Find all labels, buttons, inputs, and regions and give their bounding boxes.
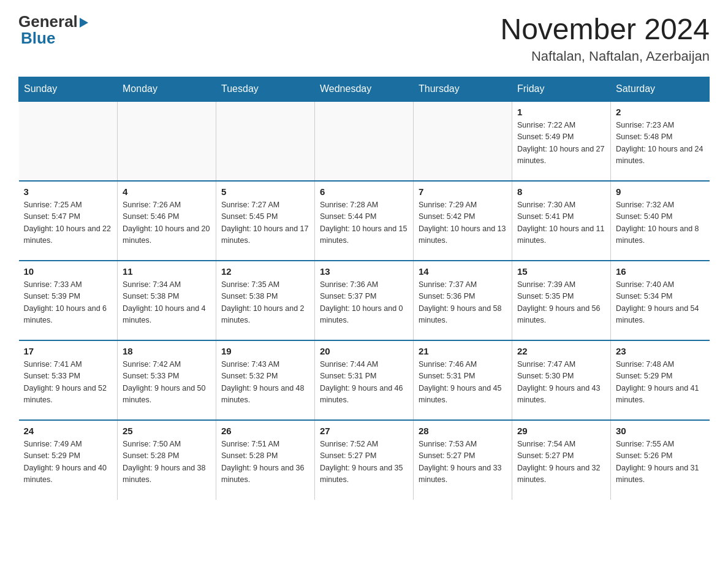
header-cell-monday: Monday <box>118 77 216 102</box>
day-cell: 23Sunrise: 7:48 AMSunset: 5:29 PMDayligh… <box>611 340 710 420</box>
day-number: 5 <box>221 186 309 197</box>
day-cell: 29Sunrise: 7:54 AMSunset: 5:27 PMDayligh… <box>512 420 611 500</box>
day-cell: 24Sunrise: 7:49 AMSunset: 5:29 PMDayligh… <box>19 420 118 500</box>
day-info: Sunrise: 7:23 AMSunset: 5:48 PMDaylight:… <box>616 120 705 167</box>
day-info: Sunrise: 7:51 AMSunset: 5:28 PMDaylight:… <box>221 439 309 486</box>
day-info: Sunrise: 7:22 AMSunset: 5:49 PMDaylight:… <box>517 120 605 167</box>
day-cell: 13Sunrise: 7:36 AMSunset: 5:37 PMDayligh… <box>315 261 414 340</box>
day-number: 21 <box>419 346 507 356</box>
day-info: Sunrise: 7:49 AMSunset: 5:29 PMDaylight:… <box>24 439 113 486</box>
day-info: Sunrise: 7:32 AMSunset: 5:40 PMDaylight:… <box>616 199 705 247</box>
day-cell: 2Sunrise: 7:23 AMSunset: 5:48 PMDaylight… <box>611 101 710 181</box>
day-number: 18 <box>123 346 211 356</box>
day-info: Sunrise: 7:39 AMSunset: 5:35 PMDaylight:… <box>517 279 605 327</box>
day-cell: 6Sunrise: 7:28 AMSunset: 5:44 PMDaylight… <box>315 181 414 261</box>
day-number: 19 <box>221 346 309 356</box>
day-info: Sunrise: 7:55 AMSunset: 5:26 PMDaylight:… <box>616 439 705 486</box>
day-number: 22 <box>517 346 605 356</box>
day-number: 14 <box>419 266 507 277</box>
day-cell: 16Sunrise: 7:40 AMSunset: 5:34 PMDayligh… <box>611 261 710 340</box>
day-number: 23 <box>616 346 705 356</box>
day-number: 16 <box>616 266 705 277</box>
header-cell-thursday: Thursday <box>414 77 512 102</box>
day-cell <box>216 101 315 181</box>
day-info: Sunrise: 7:52 AMSunset: 5:27 PMDaylight:… <box>320 439 408 486</box>
day-info: Sunrise: 7:47 AMSunset: 5:30 PMDaylight:… <box>517 359 605 407</box>
day-info: Sunrise: 7:40 AMSunset: 5:34 PMDaylight:… <box>616 279 705 327</box>
day-info: Sunrise: 7:34 AMSunset: 5:38 PMDaylight:… <box>123 279 211 327</box>
week-row-1: 1Sunrise: 7:22 AMSunset: 5:49 PMDaylight… <box>19 101 710 181</box>
location-title: Naftalan, Naftalan, Azerbaijan <box>500 48 710 64</box>
day-info: Sunrise: 7:48 AMSunset: 5:29 PMDaylight:… <box>616 359 705 407</box>
day-cell: 7Sunrise: 7:29 AMSunset: 5:42 PMDaylight… <box>414 181 512 261</box>
day-info: Sunrise: 7:35 AMSunset: 5:38 PMDaylight:… <box>221 279 309 327</box>
day-cell: 26Sunrise: 7:51 AMSunset: 5:28 PMDayligh… <box>216 420 315 500</box>
day-info: Sunrise: 7:50 AMSunset: 5:28 PMDaylight:… <box>123 439 211 486</box>
day-number: 17 <box>24 346 113 356</box>
week-row-3: 10Sunrise: 7:33 AMSunset: 5:39 PMDayligh… <box>19 261 710 340</box>
day-number: 6 <box>320 186 408 197</box>
day-cell: 17Sunrise: 7:41 AMSunset: 5:33 PMDayligh… <box>19 340 118 420</box>
day-info: Sunrise: 7:27 AMSunset: 5:45 PMDaylight:… <box>221 199 309 247</box>
day-cell: 18Sunrise: 7:42 AMSunset: 5:33 PMDayligh… <box>118 340 216 420</box>
day-cell <box>315 101 414 181</box>
day-number: 13 <box>320 266 408 277</box>
day-cell: 19Sunrise: 7:43 AMSunset: 5:32 PMDayligh… <box>216 340 315 420</box>
week-row-5: 24Sunrise: 7:49 AMSunset: 5:29 PMDayligh… <box>19 420 710 500</box>
day-cell: 9Sunrise: 7:32 AMSunset: 5:40 PMDaylight… <box>611 181 710 261</box>
day-cell: 27Sunrise: 7:52 AMSunset: 5:27 PMDayligh… <box>315 420 414 500</box>
day-info: Sunrise: 7:26 AMSunset: 5:46 PMDaylight:… <box>123 199 211 247</box>
day-number: 3 <box>24 186 113 197</box>
day-cell: 22Sunrise: 7:47 AMSunset: 5:30 PMDayligh… <box>512 340 611 420</box>
day-number: 26 <box>221 426 309 436</box>
month-title: November 2024 <box>500 12 710 46</box>
day-cell: 5Sunrise: 7:27 AMSunset: 5:45 PMDaylight… <box>216 181 315 261</box>
day-cell: 3Sunrise: 7:25 AMSunset: 5:47 PMDaylight… <box>19 181 118 261</box>
day-cell: 20Sunrise: 7:44 AMSunset: 5:31 PMDayligh… <box>315 340 414 420</box>
day-number: 25 <box>123 426 211 436</box>
day-info: Sunrise: 7:36 AMSunset: 5:37 PMDaylight:… <box>320 279 408 327</box>
day-cell: 14Sunrise: 7:37 AMSunset: 5:36 PMDayligh… <box>414 261 512 340</box>
day-info: Sunrise: 7:25 AMSunset: 5:47 PMDaylight:… <box>24 199 113 247</box>
day-number: 24 <box>24 426 113 436</box>
calendar-body: 1Sunrise: 7:22 AMSunset: 5:49 PMDaylight… <box>19 101 710 500</box>
day-cell: 1Sunrise: 7:22 AMSunset: 5:49 PMDaylight… <box>512 101 611 181</box>
day-info: Sunrise: 7:33 AMSunset: 5:39 PMDaylight:… <box>24 279 113 327</box>
logo-arrow-icon <box>80 18 88 28</box>
header-cell-sunday: Sunday <box>19 77 118 102</box>
day-cell: 15Sunrise: 7:39 AMSunset: 5:35 PMDayligh… <box>512 261 611 340</box>
day-cell <box>118 101 216 181</box>
day-info: Sunrise: 7:53 AMSunset: 5:27 PMDaylight:… <box>419 439 507 486</box>
day-number: 9 <box>616 186 705 197</box>
day-number: 20 <box>320 346 408 356</box>
day-cell <box>414 101 512 181</box>
calendar-table: SundayMondayTuesdayWednesdayThursdayFrid… <box>18 77 710 500</box>
day-info: Sunrise: 7:30 AMSunset: 5:41 PMDaylight:… <box>517 199 605 247</box>
week-row-2: 3Sunrise: 7:25 AMSunset: 5:47 PMDaylight… <box>19 181 710 261</box>
logo-blue-text: Blue <box>21 29 55 47</box>
day-info: Sunrise: 7:29 AMSunset: 5:42 PMDaylight:… <box>419 199 507 247</box>
calendar-header: SundayMondayTuesdayWednesdayThursdayFrid… <box>19 77 710 102</box>
day-cell: 11Sunrise: 7:34 AMSunset: 5:38 PMDayligh… <box>118 261 216 340</box>
week-row-4: 17Sunrise: 7:41 AMSunset: 5:33 PMDayligh… <box>19 340 710 420</box>
day-cell: 28Sunrise: 7:53 AMSunset: 5:27 PMDayligh… <box>414 420 512 500</box>
day-info: Sunrise: 7:46 AMSunset: 5:31 PMDaylight:… <box>419 359 507 407</box>
day-cell: 8Sunrise: 7:30 AMSunset: 5:41 PMDaylight… <box>512 181 611 261</box>
day-number: 1 <box>517 107 605 117</box>
header-cell-tuesday: Tuesday <box>216 77 315 102</box>
day-number: 10 <box>24 266 113 277</box>
day-number: 11 <box>123 266 211 277</box>
day-cell: 10Sunrise: 7:33 AMSunset: 5:39 PMDayligh… <box>19 261 118 340</box>
day-cell: 30Sunrise: 7:55 AMSunset: 5:26 PMDayligh… <box>611 420 710 500</box>
day-info: Sunrise: 7:42 AMSunset: 5:33 PMDaylight:… <box>123 359 211 407</box>
day-info: Sunrise: 7:43 AMSunset: 5:32 PMDaylight:… <box>221 359 309 407</box>
header-row: SundayMondayTuesdayWednesdayThursdayFrid… <box>19 77 710 102</box>
day-info: Sunrise: 7:41 AMSunset: 5:33 PMDaylight:… <box>24 359 113 407</box>
day-number: 8 <box>517 186 605 197</box>
day-cell: 25Sunrise: 7:50 AMSunset: 5:28 PMDayligh… <box>118 420 216 500</box>
day-info: Sunrise: 7:44 AMSunset: 5:31 PMDaylight:… <box>320 359 408 407</box>
day-cell: 21Sunrise: 7:46 AMSunset: 5:31 PMDayligh… <box>414 340 512 420</box>
day-cell: 12Sunrise: 7:35 AMSunset: 5:38 PMDayligh… <box>216 261 315 340</box>
day-info: Sunrise: 7:28 AMSunset: 5:44 PMDaylight:… <box>320 199 408 247</box>
header-cell-wednesday: Wednesday <box>315 77 414 102</box>
